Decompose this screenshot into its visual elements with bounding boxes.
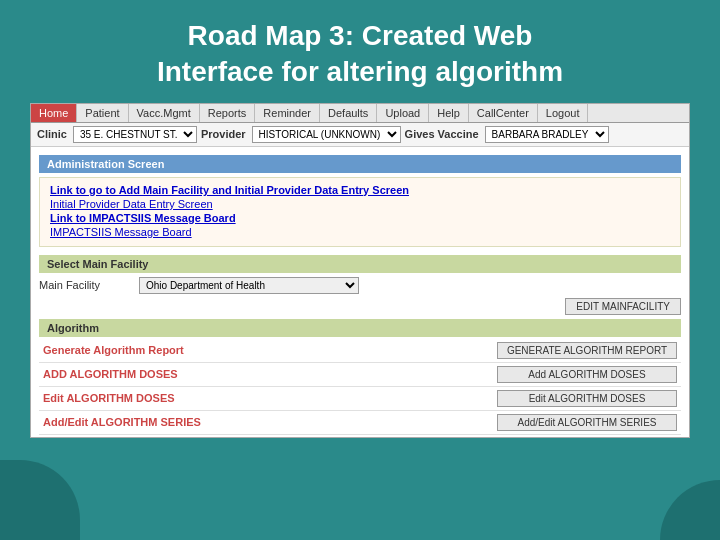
main-container: Home Patient Vacc.Mgmt Reports Reminder … [30, 103, 690, 438]
nav-reports[interactable]: Reports [200, 104, 256, 122]
nav-defaults[interactable]: Defaults [320, 104, 377, 122]
algo-row-3: Add/Edit ALGORITHM SERIES Add/Edit ALGOR… [39, 410, 681, 434]
algo-row-cell-2: Edit ALGORITHM DOSES [360, 386, 681, 410]
nav-reminder[interactable]: Reminder [255, 104, 320, 122]
algo-btn-0[interactable]: GENERATE ALGORITHM REPORT [497, 342, 677, 359]
nav-help[interactable]: Help [429, 104, 469, 122]
facility-row: Main Facility Ohio Department of Health [39, 277, 681, 294]
provider-select[interactable]: HISTORICAL (UNKNOWN) [252, 126, 401, 143]
algo-table: Generate Algorithm Report GENERATE ALGOR… [39, 339, 681, 435]
nav-home[interactable]: Home [31, 104, 77, 122]
algo-row-cell-3: Add/Edit ALGORITHM SERIES [360, 410, 681, 434]
page-title: Road Map 3: Created Web Interface for al… [0, 0, 720, 103]
admin-area: Link to go to Add Main Facility and Init… [39, 177, 681, 247]
algo-row-1: ADD ALGORITHM DOSES Add ALGORITHM DOSES [39, 362, 681, 386]
facility-select[interactable]: Ohio Department of Health [139, 277, 359, 294]
algo-row-cell-0: GENERATE ALGORITHM REPORT [360, 339, 681, 363]
edit-facility-button-row: EDIT MAINFACILITY [39, 298, 681, 315]
admin-link-0[interactable]: Link to go to Add Main Facility and Init… [50, 184, 670, 196]
nav-bar: Home Patient Vacc.Mgmt Reports Reminder … [31, 104, 689, 123]
gives-vaccine-label: Gives Vaccine [405, 128, 479, 140]
algo-row-cell-1: Add ALGORITHM DOSES [360, 362, 681, 386]
algo-row-0: Generate Algorithm Report GENERATE ALGOR… [39, 339, 681, 363]
algo-row-label-0: Generate Algorithm Report [39, 339, 360, 363]
edit-mainfacility-button[interactable]: EDIT MAINFACILITY [565, 298, 681, 315]
facility-label: Main Facility [39, 279, 139, 291]
nav-callcenter[interactable]: CallCenter [469, 104, 538, 122]
algo-row-2: Edit ALGORITHM DOSES Edit ALGORITHM DOSE… [39, 386, 681, 410]
gives-vaccine-select[interactable]: BARBARA BRADLEY [485, 126, 609, 143]
nav-logout[interactable]: Logout [538, 104, 589, 122]
nav-vaccmgmt[interactable]: Vacc.Mgmt [129, 104, 200, 122]
algo-row-label-3: Add/Edit ALGORITHM SERIES [39, 410, 360, 434]
admin-link-1[interactable]: Initial Provider Data Entry Screen [50, 198, 670, 210]
algo-btn-3[interactable]: Add/Edit ALGORITHM SERIES [497, 414, 677, 431]
algo-btn-2[interactable]: Edit ALGORITHM DOSES [497, 390, 677, 407]
provider-label: Provider [201, 128, 246, 140]
facility-section-header: Select Main Facility [39, 255, 681, 273]
algo-row-label-1: ADD ALGORITHM DOSES [39, 362, 360, 386]
admin-link-3[interactable]: IMPACTSIIS Message Board [50, 226, 670, 238]
admin-link-2[interactable]: Link to IMPACTSIIS Message Board [50, 212, 670, 224]
algo-row-label-2: Edit ALGORITHM DOSES [39, 386, 360, 410]
admin-section-header: Administration Screen [39, 155, 681, 173]
nav-upload[interactable]: Upload [377, 104, 429, 122]
clinic-bar: Clinic 35 E. CHESTNUT ST. Provider HISTO… [31, 123, 689, 147]
clinic-label: Clinic [37, 128, 67, 140]
algo-btn-1[interactable]: Add ALGORITHM DOSES [497, 366, 677, 383]
algo-section-header: Algorithm [39, 319, 681, 337]
clinic-select[interactable]: 35 E. CHESTNUT ST. [73, 126, 197, 143]
nav-patient[interactable]: Patient [77, 104, 128, 122]
